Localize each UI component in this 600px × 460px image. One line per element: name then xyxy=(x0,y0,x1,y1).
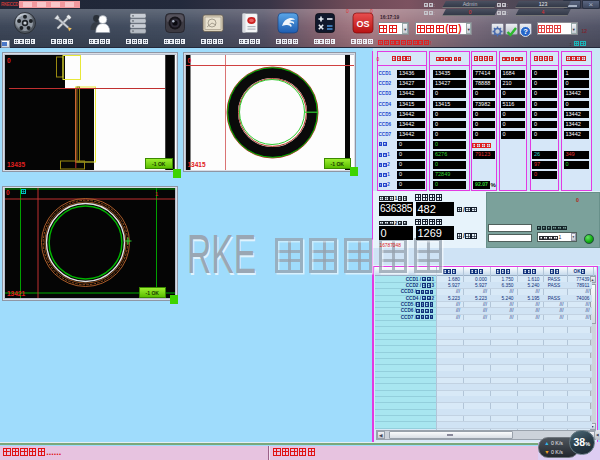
svg-text:13415: 13415 xyxy=(187,161,205,168)
svg-text:0: 0 xyxy=(7,57,11,64)
svg-text:13421: 13421 xyxy=(7,290,25,297)
svg-text:0: 0 xyxy=(187,56,191,63)
svg-text:?: ? xyxy=(523,27,528,36)
svg-text:0: 0 xyxy=(6,189,10,196)
svg-text:13435: 13435 xyxy=(7,161,25,168)
svg-text:OS: OS xyxy=(356,19,369,29)
